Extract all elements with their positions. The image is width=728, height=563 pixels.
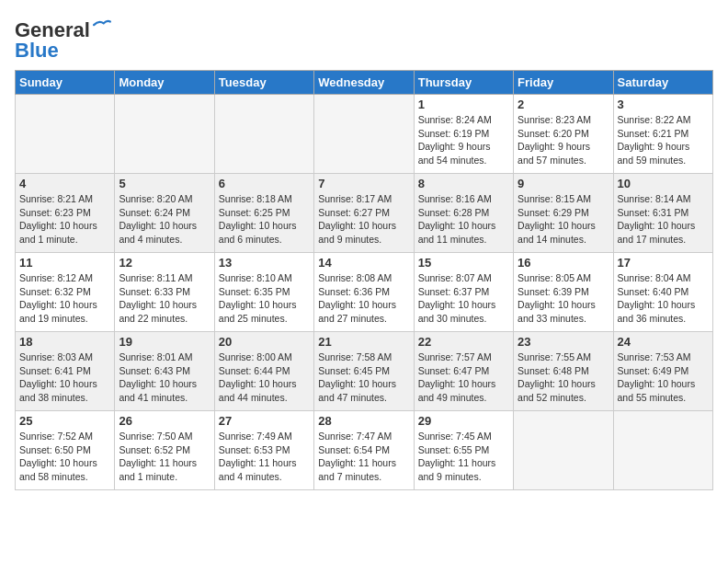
day-info: Sunrise: 8:03 AM Sunset: 6:41 PM Dayligh… [19,350,110,405]
calendar-day-cell: 18Sunrise: 8:03 AM Sunset: 6:41 PM Dayli… [16,332,115,411]
calendar-day-cell: 11Sunrise: 8:12 AM Sunset: 6:32 PM Dayli… [16,253,115,332]
day-info: Sunrise: 8:05 AM Sunset: 6:39 PM Dayligh… [518,271,609,326]
day-info: Sunrise: 8:15 AM Sunset: 6:29 PM Dayligh… [518,192,609,247]
calendar-header-row: SundayMondayTuesdayWednesdayThursdayFrid… [16,71,713,95]
day-number: 27 [219,414,310,428]
day-info: Sunrise: 8:21 AM Sunset: 6:23 PM Dayligh… [19,192,110,247]
day-info: Sunrise: 8:07 AM Sunset: 6:37 PM Dayligh… [418,271,509,326]
calendar-table: SundayMondayTuesdayWednesdayThursdayFrid… [15,70,713,490]
calendar-day-cell: 8Sunrise: 8:16 AM Sunset: 6:28 PM Daylig… [414,174,513,253]
day-info: Sunrise: 8:22 AM Sunset: 6:21 PM Dayligh… [618,113,709,167]
calendar-day-cell: 16Sunrise: 8:05 AM Sunset: 6:39 PM Dayli… [514,253,613,332]
calendar-day-cell: 13Sunrise: 8:10 AM Sunset: 6:35 PM Dayli… [214,253,313,332]
calendar-week-row: 4Sunrise: 8:21 AM Sunset: 6:23 PM Daylig… [16,174,713,253]
page-header: General Blue [15,15,713,63]
calendar-day-cell [514,411,613,490]
calendar-week-row: 25Sunrise: 7:52 AM Sunset: 6:50 PM Dayli… [16,411,713,490]
calendar-day-cell [613,411,712,490]
day-info: Sunrise: 7:49 AM Sunset: 6:53 PM Dayligh… [219,430,310,484]
day-number: 17 [618,256,709,270]
calendar-day-cell: 20Sunrise: 8:00 AM Sunset: 6:44 PM Dayli… [214,332,313,411]
weekday-header-tuesday: Tuesday [214,71,313,95]
weekday-header-wednesday: Wednesday [314,71,414,95]
day-number: 11 [19,256,110,270]
day-number: 29 [418,414,509,428]
calendar-day-cell: 15Sunrise: 8:07 AM Sunset: 6:37 PM Dayli… [414,253,513,332]
day-info: Sunrise: 8:23 AM Sunset: 6:20 PM Dayligh… [518,113,609,167]
weekday-header-friday: Friday [514,71,613,95]
day-info: Sunrise: 8:17 AM Sunset: 6:27 PM Dayligh… [318,192,409,247]
calendar-day-cell: 12Sunrise: 8:11 AM Sunset: 6:33 PM Dayli… [115,253,214,332]
day-number: 4 [19,177,110,190]
weekday-header-monday: Monday [115,71,214,95]
calendar-day-cell: 24Sunrise: 7:53 AM Sunset: 6:49 PM Dayli… [613,332,712,411]
day-number: 26 [119,414,210,428]
day-number: 6 [219,177,310,190]
day-info: Sunrise: 7:53 AM Sunset: 6:49 PM Dayligh… [618,350,709,405]
weekday-header-sunday: Sunday [16,71,115,95]
day-info: Sunrise: 8:01 AM Sunset: 6:43 PM Dayligh… [119,350,210,405]
calendar-day-cell: 19Sunrise: 8:01 AM Sunset: 6:43 PM Dayli… [115,332,214,411]
day-number: 15 [418,256,509,270]
calendar-day-cell: 29Sunrise: 7:45 AM Sunset: 6:55 PM Dayli… [414,411,513,490]
day-number: 7 [318,177,409,190]
day-info: Sunrise: 8:24 AM Sunset: 6:19 PM Dayligh… [418,113,509,167]
calendar-day-cell: 28Sunrise: 7:47 AM Sunset: 6:54 PM Dayli… [314,411,414,490]
logo-blue: Blue [15,39,59,63]
calendar-day-cell: 7Sunrise: 8:17 AM Sunset: 6:27 PM Daylig… [314,174,414,253]
day-info: Sunrise: 8:14 AM Sunset: 6:31 PM Dayligh… [618,192,709,247]
day-number: 13 [219,256,310,270]
day-number: 2 [518,98,609,111]
day-number: 8 [418,177,509,190]
calendar-day-cell: 10Sunrise: 8:14 AM Sunset: 6:31 PM Dayli… [613,174,712,253]
calendar-day-cell: 21Sunrise: 7:58 AM Sunset: 6:45 PM Dayli… [314,332,414,411]
calendar-day-cell: 1Sunrise: 8:24 AM Sunset: 6:19 PM Daylig… [414,95,513,174]
calendar-day-cell: 2Sunrise: 8:23 AM Sunset: 6:20 PM Daylig… [514,95,613,174]
calendar-day-cell: 3Sunrise: 8:22 AM Sunset: 6:21 PM Daylig… [613,95,712,174]
day-info: Sunrise: 8:18 AM Sunset: 6:25 PM Dayligh… [219,192,310,247]
calendar-day-cell: 25Sunrise: 7:52 AM Sunset: 6:50 PM Dayli… [16,411,115,490]
day-number: 9 [518,177,609,190]
weekday-header-saturday: Saturday [613,71,712,95]
day-number: 3 [618,98,709,111]
day-info: Sunrise: 7:47 AM Sunset: 6:54 PM Dayligh… [318,430,409,484]
day-info: Sunrise: 8:00 AM Sunset: 6:44 PM Dayligh… [219,350,310,405]
day-info: Sunrise: 7:52 AM Sunset: 6:50 PM Dayligh… [19,430,110,484]
calendar-day-cell: 5Sunrise: 8:20 AM Sunset: 6:24 PM Daylig… [115,174,214,253]
day-info: Sunrise: 7:57 AM Sunset: 6:47 PM Dayligh… [418,350,509,405]
calendar-day-cell [16,95,115,174]
logo: General Blue [15,18,112,63]
calendar-day-cell: 22Sunrise: 7:57 AM Sunset: 6:47 PM Dayli… [414,332,513,411]
day-info: Sunrise: 7:45 AM Sunset: 6:55 PM Dayligh… [418,430,509,484]
day-number: 5 [119,177,210,190]
calendar-day-cell [214,95,313,174]
calendar-week-row: 18Sunrise: 8:03 AM Sunset: 6:41 PM Dayli… [16,332,713,411]
calendar-week-row: 11Sunrise: 8:12 AM Sunset: 6:32 PM Dayli… [16,253,713,332]
calendar-day-cell: 17Sunrise: 8:04 AM Sunset: 6:40 PM Dayli… [613,253,712,332]
day-number: 1 [418,98,509,111]
day-info: Sunrise: 8:10 AM Sunset: 6:35 PM Dayligh… [219,271,310,326]
day-info: Sunrise: 8:04 AM Sunset: 6:40 PM Dayligh… [618,271,709,326]
day-info: Sunrise: 8:16 AM Sunset: 6:28 PM Dayligh… [418,192,509,247]
day-number: 14 [318,256,409,270]
day-number: 10 [618,177,709,190]
day-info: Sunrise: 8:12 AM Sunset: 6:32 PM Dayligh… [19,271,110,326]
day-info: Sunrise: 8:20 AM Sunset: 6:24 PM Dayligh… [119,192,210,247]
calendar-day-cell: 27Sunrise: 7:49 AM Sunset: 6:53 PM Dayli… [214,411,313,490]
day-info: Sunrise: 7:50 AM Sunset: 6:52 PM Dayligh… [119,430,210,484]
day-number: 18 [19,335,110,349]
day-number: 20 [219,335,310,349]
day-number: 21 [318,335,409,349]
calendar-day-cell: 9Sunrise: 8:15 AM Sunset: 6:29 PM Daylig… [514,174,613,253]
day-number: 24 [618,335,709,349]
day-number: 28 [318,414,409,428]
day-number: 19 [119,335,210,349]
calendar-day-cell: 23Sunrise: 7:55 AM Sunset: 6:48 PM Dayli… [514,332,613,411]
day-number: 23 [518,335,609,349]
calendar-day-cell: 14Sunrise: 8:08 AM Sunset: 6:36 PM Dayli… [314,253,414,332]
calendar-day-cell [314,95,414,174]
weekday-header-thursday: Thursday [414,71,513,95]
day-number: 25 [19,414,110,428]
day-info: Sunrise: 8:11 AM Sunset: 6:33 PM Dayligh… [119,271,210,326]
calendar-day-cell [115,95,214,174]
